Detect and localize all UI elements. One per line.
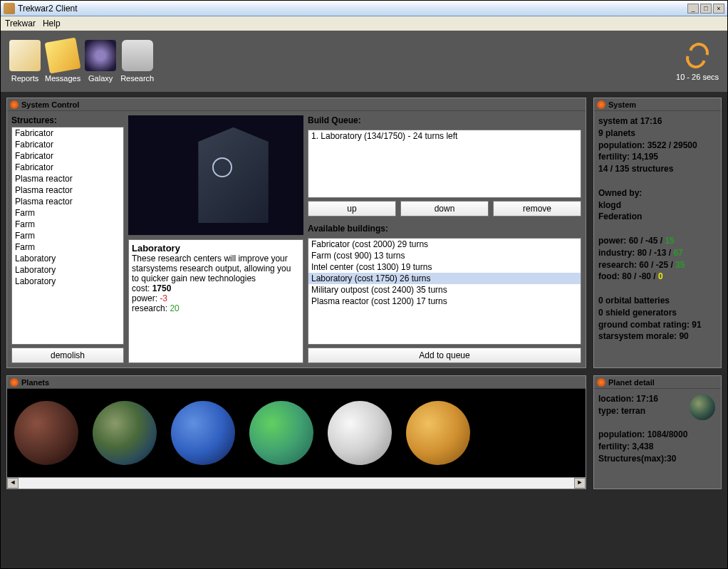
toolbar: Reports Messages Galaxy Research 10 - 26… [1,31,727,92]
list-item[interactable]: Plasma reactor [12,184,123,196]
toolbar-messages[interactable]: Messages [45,40,80,83]
research-label: Research [120,74,154,83]
available-label: Available buildings: [308,224,581,234]
close-button[interactable]: × [713,4,724,14]
available-buildings-list[interactable]: Fabricator (cost 2000) 29 turnsFarm (cos… [308,238,581,345]
system-control-header: System Control [7,98,586,111]
planet-1[interactable] [14,401,78,465]
system-panel: System system at 17:16 9 planets populat… [593,98,722,368]
list-item[interactable]: Fabricator (cost 2000) 29 turns [308,239,581,250]
panel-icon [597,100,605,109]
system-planets: 9 planets [598,127,717,140]
system-morale: starsystem morale: 90 [598,330,717,343]
list-item[interactable]: Fabricator [12,139,123,150]
planet-3[interactable] [171,401,235,465]
up-button[interactable]: up [308,201,396,216]
list-item[interactable]: Laboratory [12,253,123,264]
list-item[interactable]: Laboratory [12,276,123,287]
desc-research-label: research: [132,303,167,313]
app-window: Trekwar2 Client _ □ × Trekwar Help Repor… [0,0,728,569]
reports-label: Reports [11,74,39,83]
list-item[interactable]: Farm [12,219,123,230]
planet-detail-title: Planet detail [608,378,655,387]
minimize-button[interactable]: _ [687,4,699,14]
list-item[interactable]: Farm (cost 900) 13 turns [308,250,581,261]
maximize-button[interactable]: □ [700,4,712,14]
turn-timer: 10 - 26 secs [676,73,719,81]
planet-2[interactable] [93,401,157,465]
planet-fertility: fertility: 3,438 [598,441,717,453]
list-item[interactable]: Military outpost (cost 2400) 35 turns [308,284,581,296]
scroll-right-icon[interactable]: ► [574,478,586,489]
list-item[interactable]: Intel center (cost 1300) 19 turns [308,261,581,273]
system-structures: 14 / 135 structures [598,163,717,175]
system-population: population: 3522 / 29500 [598,140,717,152]
scroll-left-icon[interactable]: ◄ [7,478,19,489]
list-item[interactable]: Fabricator [12,162,123,173]
structures-list[interactable]: FabricatorFabricatorFabricatorFabricator… [11,127,124,345]
system-owner: klogd [598,199,717,212]
list-item[interactable]: Fabricator [12,150,123,162]
list-item[interactable]: Plasma reactor [12,173,123,184]
app-icon [4,3,15,14]
titlebar[interactable]: Trekwar2 Client _ □ × [1,1,727,16]
toolbar-reports[interactable]: Reports [9,40,41,83]
planet-4[interactable] [249,401,313,465]
list-item[interactable]: Farm [12,241,123,253]
desc-research: 20 [170,303,179,313]
panel-icon [597,378,605,387]
list-item[interactable]: Farm [12,207,123,219]
list-item[interactable]: Fabricator [12,127,123,139]
menu-trekwar[interactable]: Trekwar [5,19,36,28]
toolbar-research[interactable]: Research [120,40,154,83]
system-control-title: System Control [21,100,79,109]
planets-scrollbar[interactable]: ◄ ► [7,477,586,489]
desc-cost-label: cost: [132,283,150,293]
desc-cost: 1750 [152,283,172,293]
planet-detail-panel: Planet detail location: 17:16 type: terr… [593,375,722,489]
window-title: Trekwar2 Client [18,4,687,14]
queue-label: Build Queue: [308,115,581,125]
toolbar-galaxy[interactable]: Galaxy [85,40,116,83]
system-food: food: 80 / -80 / 0 [598,271,717,283]
desc-text: These research centers will improve your… [132,254,300,283]
planet-5[interactable] [328,401,392,465]
system-combat: ground combat rating: 91 [598,319,717,331]
planets-title: Planets [21,378,49,387]
list-item[interactable]: 1. Laboratory (134/1750) - 24 turns left [308,130,581,142]
menu-help[interactable]: Help [43,19,61,28]
system-title: System [608,100,636,109]
panel-icon [10,100,19,109]
desc-power-label: power: [132,293,157,303]
system-fertility: fertility: 14,195 [598,151,717,163]
remove-button[interactable]: remove [493,201,581,216]
list-item[interactable]: Laboratory [12,264,123,276]
planet-detail-header: Planet detail [594,376,721,389]
planet-population: population: 1084/8000 [598,429,717,441]
list-item[interactable]: Plasma reactor [12,196,123,207]
system-industry: industry: 80 / -13 / 67 [598,247,717,259]
research-icon [122,40,153,71]
planet-6[interactable] [406,401,470,465]
structures-label: Structures: [11,115,124,125]
build-queue-list[interactable]: 1. Laboratory (134/1750) - 24 turns left [308,130,581,198]
system-header: System [594,98,721,111]
list-item[interactable]: Laboratory (cost 1750) 26 turns [308,273,581,284]
down-button[interactable]: down [400,201,489,216]
list-item[interactable]: Plasma reactor (cost 1200) 17 turns [308,296,581,307]
desc-name: Laboratory [132,243,300,254]
system-power: power: 60 / -45 / 15 [598,235,717,247]
panel-icon [10,378,19,387]
list-item[interactable]: Farm [12,230,123,241]
galaxy-label: Galaxy [88,74,113,83]
system-research: research: 60 / -25 / 35 [598,259,717,271]
demolish-button[interactable]: demolish [11,348,124,363]
planets-strip[interactable] [7,389,586,477]
menubar: Trekwar Help [1,16,727,31]
building-description: Laboratory These research centers will i… [128,239,303,363]
refresh-icon[interactable] [683,41,712,70]
system-shield: 0 shield generators [598,307,717,319]
messages-label: Messages [45,74,80,83]
add-to-queue-button[interactable]: Add to queue [308,348,581,363]
scroll-track[interactable] [19,478,574,489]
